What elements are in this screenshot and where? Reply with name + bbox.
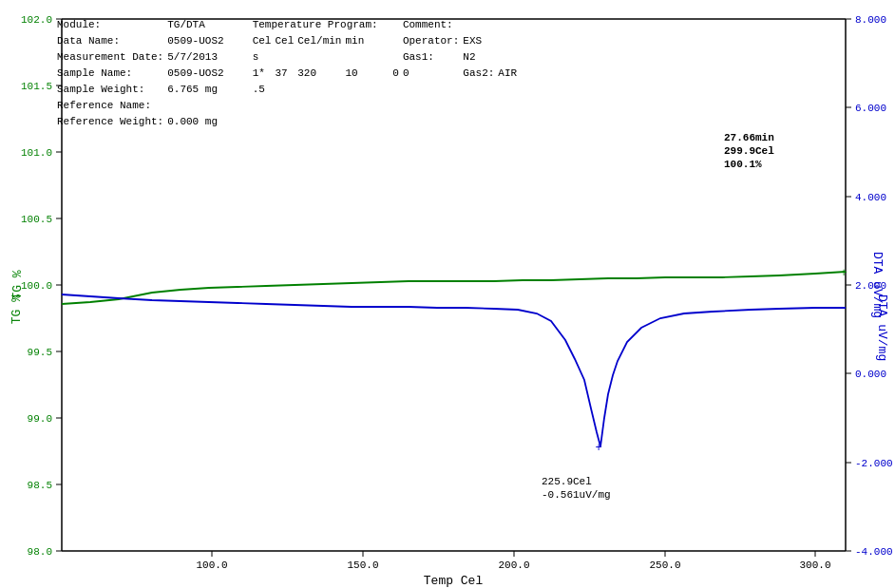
svg-text:200.0: 200.0 bbox=[498, 560, 529, 571]
svg-text:100.0: 100.0 bbox=[21, 280, 52, 292]
reference-weight-value: 0.000 mg bbox=[167, 114, 252, 130]
sample-name-flag: 1* bbox=[253, 66, 276, 82]
svg-text:4.000: 4.000 bbox=[855, 192, 886, 203]
comment-label: Comment: bbox=[403, 17, 463, 33]
data-name-label: Data Name: bbox=[57, 33, 167, 49]
svg-text:101.5: 101.5 bbox=[21, 81, 52, 92]
sample-name-label: Sample Name: bbox=[57, 66, 167, 82]
measurement-date-unit: s bbox=[253, 49, 403, 66]
gas1-label: Gas1: bbox=[403, 49, 463, 66]
reference-name-label: Reference Name: bbox=[57, 98, 167, 114]
empty-col bbox=[392, 33, 403, 49]
reference-weight-label: Reference Weight: bbox=[57, 114, 167, 130]
sample-weight-label: Sample Weight: bbox=[57, 82, 167, 98]
data-name-value: 0509-UOS2 bbox=[167, 33, 252, 49]
svg-text:TG %: TG % bbox=[10, 270, 25, 299]
svg-text:DTA uV/mg: DTA uV/mg bbox=[870, 252, 885, 318]
temp-col4: min bbox=[345, 33, 392, 49]
temp-program-label: Temperature Program: bbox=[253, 17, 403, 33]
sample-weight-extra: .5 bbox=[253, 82, 464, 98]
svg-text:250.0: 250.0 bbox=[649, 560, 680, 571]
operator-value: EXS bbox=[463, 33, 498, 49]
svg-text:150.0: 150.0 bbox=[347, 560, 378, 571]
operator-label: Operator: bbox=[403, 33, 463, 49]
svg-text:+: + bbox=[840, 267, 847, 280]
svg-text:27.66min: 27.66min bbox=[724, 132, 774, 143]
svg-text:100.5: 100.5 bbox=[21, 214, 52, 225]
measurement-date-label: Measurement Date: bbox=[57, 49, 167, 66]
reference-name-value bbox=[167, 98, 252, 114]
gas1-value: N2 bbox=[463, 49, 498, 66]
svg-text:98.5: 98.5 bbox=[28, 480, 52, 491]
svg-text:101.0: 101.0 bbox=[21, 147, 52, 159]
svg-text:225.9Cel: 225.9Cel bbox=[542, 476, 592, 487]
svg-text:299.9Cel: 299.9Cel bbox=[724, 145, 774, 157]
sample-name-value: 0509-UOS2 bbox=[167, 66, 252, 82]
sample-weight-value: 6.765 mg bbox=[167, 82, 252, 98]
svg-text:-4.000: -4.000 bbox=[855, 546, 893, 558]
svg-text:100.1%: 100.1% bbox=[724, 159, 762, 170]
svg-text:6.000: 6.000 bbox=[855, 103, 886, 114]
svg-text:99.5: 99.5 bbox=[28, 347, 52, 358]
temp-row-val4: 0 bbox=[392, 66, 403, 82]
temp-row-val5: 0 bbox=[403, 66, 463, 82]
temp-row-val3: 10 bbox=[345, 66, 392, 82]
temp-col2: Cel bbox=[275, 33, 297, 49]
svg-text:300.0: 300.0 bbox=[799, 560, 830, 571]
svg-text:102.0: 102.0 bbox=[21, 14, 52, 26]
svg-text:+: + bbox=[595, 442, 601, 455]
svg-text:-2.000: -2.000 bbox=[855, 458, 893, 469]
info-block: Module: TG/DTA Temperature Program: Comm… bbox=[57, 17, 521, 130]
header-table: Module: TG/DTA Temperature Program: Comm… bbox=[57, 17, 521, 130]
chart-container: TG % DTA uV/mg 100.0 150.0 200.0 250.0 3 bbox=[0, 0, 895, 588]
svg-text:100.0: 100.0 bbox=[196, 560, 227, 571]
measurement-date-value: 5/7/2013 bbox=[167, 49, 252, 66]
svg-text:8.000: 8.000 bbox=[855, 14, 886, 26]
temp-row-val2: 320 bbox=[297, 66, 345, 82]
module-label: Module: bbox=[57, 17, 167, 33]
svg-text:0.000: 0.000 bbox=[855, 369, 886, 380]
temp-row-val1: 37 bbox=[275, 66, 297, 82]
temp-col1: Cel bbox=[253, 33, 276, 49]
svg-text:99.0: 99.0 bbox=[28, 413, 52, 425]
svg-text:-0.561uV/mg: -0.561uV/mg bbox=[542, 489, 611, 501]
svg-text:98.0: 98.0 bbox=[28, 546, 52, 558]
svg-text:Temp Cel: Temp Cel bbox=[424, 574, 484, 588]
module-value: TG/DTA bbox=[167, 17, 252, 33]
gas2-value: AIR bbox=[498, 66, 521, 82]
gas2-label: Gas2: bbox=[463, 66, 498, 82]
temp-col3: Cel/min bbox=[297, 33, 345, 49]
